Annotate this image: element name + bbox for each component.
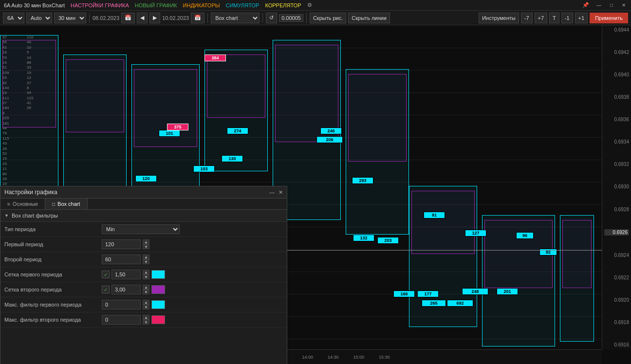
menu-correlator[interactable]: КОРРЕЛЯТОР	[265, 2, 301, 8]
highlight-293: 293	[352, 177, 373, 184]
maxfilter-first-color[interactable]	[151, 300, 165, 309]
settings-close-btn[interactable]: ✕	[278, 189, 283, 196]
grid-first-up[interactable]: ▲	[143, 270, 149, 274]
grid-second-up[interactable]: ▲	[143, 285, 149, 290]
first-period-down[interactable]: ▼	[143, 244, 149, 249]
box-purple-9	[562, 220, 592, 288]
restore-btn[interactable]: □	[609, 2, 614, 8]
settings-tabs: ≡ Основные □ Box chart	[0, 199, 287, 210]
first-period-label: Первый период	[4, 241, 102, 247]
price-0: 0.6944	[604, 27, 629, 33]
row-maxfilter-second: Макс. фильтр второго периода ▲ ▼	[0, 312, 287, 328]
time-15: 15:30	[379, 355, 390, 360]
grid-first-checkbox[interactable]: ✓	[102, 271, 110, 278]
close-btn[interactable]: ✕	[620, 2, 627, 8]
price-1: 0.6942	[604, 50, 629, 55]
chart-nums-col2: 110401051488331912278441154126	[27, 35, 33, 111]
menu-settings[interactable]: НАСТРОЙКИ ГРАФИКА	[71, 2, 129, 8]
pin-icon[interactable]: 📌	[582, 2, 589, 8]
grid-second-color[interactable]	[151, 285, 165, 294]
settings-panel: Настройки графика — ✕ ≡ Основные □ Box c…	[0, 186, 287, 364]
maxfilter-first-up[interactable]: ▲	[143, 300, 149, 305]
grid-second-input[interactable]	[111, 285, 141, 294]
tab-boxchart[interactable]: □ Box chart	[45, 199, 88, 209]
minus7-btn[interactable]: -7	[521, 13, 533, 23]
hide-chart-btn[interactable]: Скрыть рис.	[310, 13, 346, 23]
minus1-btn[interactable]: -1	[561, 13, 573, 23]
second-period-down[interactable]: ▼	[143, 259, 149, 264]
plus1-btn[interactable]: +1	[575, 13, 588, 23]
symbol-select[interactable]: 6A	[3, 13, 24, 23]
time-13: 14:30	[328, 355, 339, 360]
period-type-select[interactable]: Min Hour Day	[102, 224, 180, 234]
highlight-274: 274	[227, 127, 248, 134]
maxfilter-second-label: Макс. фильтр второго периода	[4, 317, 102, 323]
price-7: 0.6930	[604, 184, 629, 189]
calendar-to-btn[interactable]: 📅	[191, 13, 204, 23]
toolbar: 6A Auto 30 мин 08.02.2023 📅 ◀ ▶ 10.02.20…	[0, 11, 631, 25]
maxfilter-first-value: ▲ ▼	[102, 300, 283, 309]
tab-basic-label: Основные	[13, 201, 38, 207]
grid-second-down[interactable]: ▼	[143, 290, 149, 294]
tick-value: 0.00005	[279, 14, 303, 22]
price-4: 0.6936	[604, 117, 629, 122]
hide-lines-btn[interactable]: Скрыть линии	[348, 13, 390, 23]
price-12: 0.6918	[604, 320, 629, 325]
highlight-177: 177	[417, 291, 439, 297]
tab-basic[interactable]: ≡ Основные	[0, 199, 45, 209]
first-period-value: ▲ ▼	[102, 239, 283, 249]
gear-icon[interactable]: ⚙	[307, 2, 312, 8]
highlight-375: 375	[167, 124, 188, 130]
price-6: 0.6932	[604, 162, 629, 167]
menu-indicators[interactable]: ИНДИКАТОРЫ	[183, 2, 220, 8]
grid-first-input[interactable]	[111, 270, 141, 279]
second-period-up[interactable]: ▲	[143, 255, 149, 259]
menu-new-chart[interactable]: НОВЫЙ ГРАФИК	[135, 2, 177, 8]
mode-select[interactable]: Auto	[26, 13, 52, 23]
row-grid-second: Сетка второго периода ✓ ▲ ▼	[0, 282, 287, 297]
maxfilter-second-input[interactable]	[102, 315, 141, 325]
T-btn[interactable]: T	[549, 13, 559, 23]
prev-btn[interactable]: ◀	[137, 13, 148, 23]
plus7-btn[interactable]: +7	[535, 13, 548, 23]
first-period-up[interactable]: ▲	[143, 239, 149, 244]
time-14: 15:00	[353, 355, 364, 360]
menu-bar: 6A Auto 30 мин BoxChart НАСТРОЙКИ ГРАФИК…	[0, 0, 631, 11]
maxfilter-second-color[interactable]	[151, 315, 165, 324]
maxfilter-first-down[interactable]: ▼	[143, 305, 149, 309]
highlight-203: 203	[377, 237, 399, 244]
grid-second-spinner: ▲ ▼	[143, 285, 149, 294]
price-9: 0.6924	[604, 253, 629, 258]
grid-first-down[interactable]: ▼	[143, 274, 149, 279]
second-period-input[interactable]	[102, 255, 141, 264]
minimize-btn[interactable]: —	[595, 2, 603, 8]
price-8: 0.6928	[604, 207, 629, 212]
settings-minimize-btn[interactable]: —	[269, 189, 275, 196]
menu-simulator[interactable]: СИМУЛЯТОР	[225, 2, 259, 8]
maxfilter-second-up[interactable]: ▲	[143, 315, 149, 320]
app-title: 6A Auto 30 мин BoxChart	[4, 2, 65, 8]
maxfilter-first-input[interactable]	[102, 300, 141, 309]
instruments-btn[interactable]: Инструменты	[479, 13, 519, 23]
next-btn[interactable]: ▶	[149, 13, 160, 23]
reset-btn[interactable]: ↺	[266, 13, 277, 23]
grid-second-label: Сетка второго периода	[4, 287, 102, 292]
period-select[interactable]: 30 мин	[54, 13, 86, 23]
highlight-120: 120	[135, 175, 157, 182]
price-2: 0.6940	[604, 72, 629, 77]
highlight-384: 384	[204, 55, 226, 61]
second-period-value: ▲ ▼	[102, 255, 283, 264]
row-grid-first: Сетка первого периода ✓ ▲ ▼	[0, 267, 287, 282]
highlight-96: 96	[516, 232, 534, 239]
settings-content[interactable]: ▼ Box chart фильтры Тип периода Min Hour…	[0, 210, 287, 364]
chart-area[interactable]: 136 120 101 103 130 274 246 206 293 132 …	[0, 25, 631, 364]
calendar-from-btn[interactable]: 📅	[121, 13, 135, 23]
first-period-input[interactable]	[102, 239, 141, 249]
apply-toolbar-btn[interactable]: Применить	[590, 13, 628, 23]
first-period-spinner: ▲ ▼	[143, 239, 149, 249]
chart-type-select[interactable]: Box chart	[211, 13, 260, 23]
maxfilter-second-down[interactable]: ▼	[143, 320, 149, 325]
highlight-132: 132	[353, 235, 374, 241]
grid-first-color[interactable]	[151, 270, 165, 279]
grid-second-checkbox[interactable]: ✓	[102, 286, 110, 293]
